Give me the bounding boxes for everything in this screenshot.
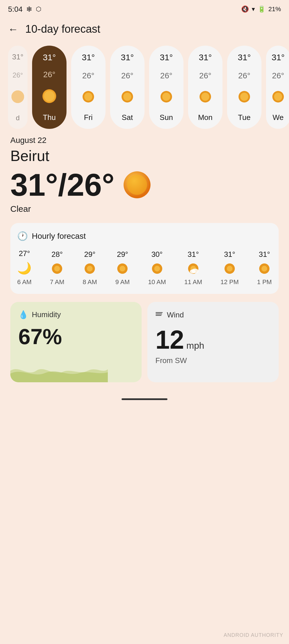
date-label: August 22	[10, 136, 279, 145]
hourly-header: 🕐 Hourly forecast	[17, 231, 272, 241]
svg-point-4	[162, 93, 170, 101]
clock-icon: 🕐	[17, 231, 28, 241]
svg-point-12	[154, 266, 160, 271]
temp-6am: 27°	[19, 249, 30, 258]
label-12pm: 12 PM	[220, 278, 239, 286]
svg-point-16	[227, 266, 233, 271]
wind-speed: 12	[155, 327, 184, 353]
hour-item-12pm: 31° 12 PM	[220, 250, 239, 286]
svg-point-2	[84, 93, 92, 101]
mon-label: Mon	[198, 113, 213, 122]
battery-icon: 🔋	[258, 5, 265, 13]
label-8am: 8 AM	[83, 278, 97, 286]
watermark: ANDROID AUTHORITY	[224, 632, 283, 638]
hour-item-10am: 30° 10 AM	[148, 250, 166, 286]
day-card-partial[interactable]: 31° 26° d	[8, 46, 28, 129]
wind-icon	[155, 310, 163, 320]
nav-bar	[122, 398, 167, 400]
sun-label: Sun	[160, 113, 173, 122]
thu-weather-icon	[40, 87, 58, 105]
day-forecast-scroll[interactable]: 31° 26° d 31° 26° Thu 31° 26° Fri 31° 26…	[0, 41, 289, 136]
main-temperature: 31°/26°	[10, 169, 114, 201]
svg-point-3	[123, 93, 131, 101]
wind-lines-icon	[155, 310, 163, 318]
main-content: August 22 Beirut 31°/26° Clear 🕐 Hourly …	[0, 136, 289, 294]
status-bar: 5:04 ❄ ⬡ 🔇 ▾ 🔋 21%	[0, 0, 289, 17]
svg-point-10	[87, 266, 93, 271]
tue-weather-icon	[237, 89, 252, 104]
snowflake-icon: ❄	[26, 5, 32, 14]
sun-high: 31°	[160, 53, 173, 62]
temp-12pm: 31°	[224, 250, 235, 259]
bottom-indicator	[0, 394, 289, 404]
sun-icon-9am	[116, 262, 129, 275]
sun-low: 26°	[160, 71, 172, 80]
sun-cloud-icon-11am	[187, 262, 200, 275]
hour-item-8am: 29° 8 AM	[83, 250, 97, 286]
fri-weather-icon	[81, 89, 96, 104]
humidity-icon: 💧	[18, 310, 28, 319]
thu-high: 31°	[43, 53, 56, 62]
main-weather-icon	[121, 169, 153, 201]
svg-point-15	[190, 269, 196, 273]
sun-icon-8am	[83, 262, 96, 275]
label-6am: 6 AM	[17, 278, 32, 286]
day-card-sat[interactable]: 31° 26° Sat	[110, 46, 144, 129]
status-right: 🔇 ▾ 🔋 21%	[241, 5, 281, 13]
label-9am: 9 AM	[115, 278, 130, 286]
mon-low: 26°	[199, 71, 211, 80]
label-7am: 7 AM	[50, 278, 64, 286]
sun-icon-12pm	[223, 262, 236, 275]
label-10am: 10 AM	[148, 278, 166, 286]
day-card-sun[interactable]: 31° 26° Sun	[149, 46, 183, 129]
wed-high: 31°	[272, 53, 284, 62]
day-card-fri[interactable]: 31° 26° Fri	[71, 46, 106, 129]
mute-icon: 🔇	[241, 5, 249, 13]
sun-icon-7am	[51, 262, 63, 275]
sun-icon-partial	[10, 89, 25, 104]
svg-point-6	[240, 93, 248, 101]
day-card-tue[interactable]: 31° 26° Tue	[227, 46, 261, 129]
wind-direction: From SW	[155, 356, 271, 365]
hour-item-9am: 29° 9 AM	[115, 250, 130, 286]
moon-icon-6am: 🌙	[17, 261, 32, 275]
mon-weather-icon	[198, 89, 213, 104]
cloud-save-icon: ⬡	[36, 5, 41, 13]
condition-label: Clear	[10, 204, 279, 214]
page-header: ← 10-day forecast	[0, 17, 289, 41]
humidity-card: 💧 Humidity 67%	[10, 302, 142, 382]
wifi-icon: ▾	[252, 5, 255, 13]
wed-low: 26°	[272, 71, 284, 80]
back-button[interactable]: ←	[8, 24, 18, 34]
battery-level: 21%	[268, 5, 281, 13]
svg-point-17	[261, 266, 267, 271]
temp-1pm: 31°	[259, 250, 270, 259]
mon-high: 31°	[199, 53, 212, 62]
humidity-title: Humidity	[32, 310, 61, 319]
wind-title: Wind	[167, 311, 184, 319]
svg-point-5	[201, 93, 209, 101]
bottom-cards-row: 💧 Humidity 67% Wind 12 mph From SW	[0, 302, 289, 394]
status-left: 5:04 ❄ ⬡	[8, 5, 41, 14]
svg-point-11	[120, 266, 125, 271]
hour-item-11am: 31° 11 AM	[184, 250, 202, 286]
page-title: 10-day forecast	[25, 23, 100, 35]
svg-point-9	[54, 266, 60, 271]
hourly-forecast-card: 🕐 Hourly forecast 27° 🌙 6 AM 28° 7 AM	[10, 223, 279, 294]
sat-high: 31°	[121, 53, 134, 62]
day-card-thu[interactable]: 31° 26° Thu	[32, 46, 67, 129]
svg-point-8	[127, 175, 147, 195]
day-card-wed[interactable]: 31° 26° We	[266, 46, 289, 129]
sat-label: Sat	[122, 113, 133, 122]
fri-low: 26°	[82, 71, 94, 80]
hour-item-6am: 27° 🌙 6 AM	[17, 249, 32, 286]
fri-label: Fri	[84, 113, 93, 122]
day-card-mon[interactable]: 31° 26° Mon	[188, 46, 222, 129]
sat-weather-icon	[120, 89, 135, 104]
thu-low: 26°	[43, 70, 55, 79]
wind-unit: mph	[186, 340, 204, 351]
tue-label: Tue	[238, 113, 251, 122]
hourly-title: Hourly forecast	[32, 232, 86, 241]
svg-point-1	[44, 91, 54, 101]
wed-weather-icon	[271, 89, 286, 104]
